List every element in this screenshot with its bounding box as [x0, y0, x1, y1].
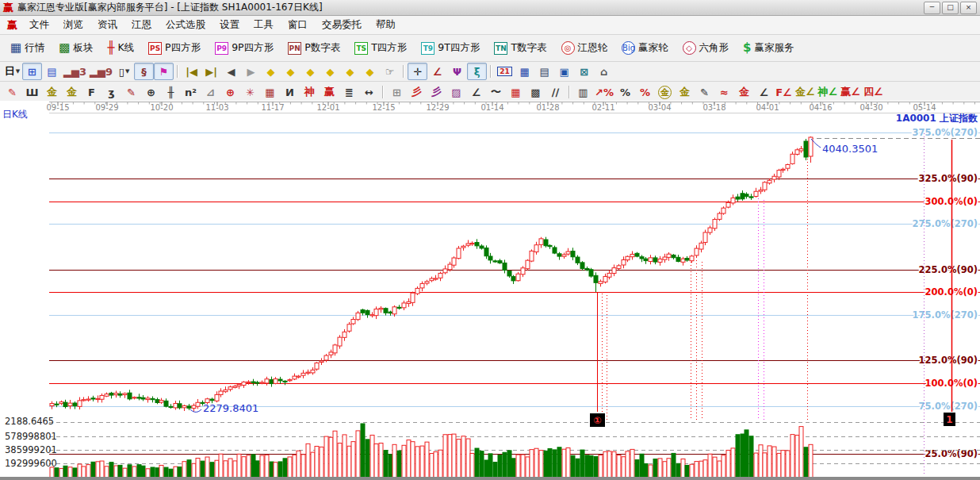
width-measure-tool[interactable]: ↔	[359, 83, 379, 101]
brush-tool[interactable]: ✎	[121, 83, 141, 101]
menu-settings[interactable]: 设置	[212, 17, 247, 33]
gold-red-tool[interactable]: 金	[734, 83, 754, 101]
candle	[187, 406, 191, 409]
diamond-compress-button[interactable]: ◆	[320, 63, 340, 80]
pattern-window-button[interactable]: ⊞	[22, 63, 42, 80]
period-day-button[interactable]: 日▼	[2, 63, 22, 80]
9t-square-button[interactable]: T99T四方形	[414, 38, 487, 58]
angle-mark-tool[interactable]: ∠	[754, 83, 774, 101]
diamond-left-button[interactable]: ◆	[261, 63, 281, 80]
hexagon-button[interactable]: ◇六角形	[676, 38, 737, 58]
diamond-right-button[interactable]: ◆	[281, 63, 301, 80]
last-bar-button[interactable]: ▶|	[201, 63, 221, 80]
hand-tool-button[interactable]: ☞	[380, 63, 400, 80]
gann-shape-button[interactable]: Ψ	[447, 63, 467, 80]
fan-grid-tool[interactable]: ▨	[446, 83, 466, 101]
fan-box-tool[interactable]: 彡	[427, 83, 446, 101]
ying-tool[interactable]: 赢	[320, 83, 339, 101]
percent-line-tool[interactable]: ↗%	[593, 83, 615, 101]
f-comb-tool[interactable]: F	[82, 83, 101, 101]
kline-button[interactable]: ╫K线	[100, 38, 141, 58]
angle-ruler-button[interactable]: ∠	[427, 63, 447, 80]
pencil-tool[interactable]: ✎	[2, 83, 22, 101]
red-grid-tool[interactable]: ▦	[506, 83, 526, 101]
p-square-button[interactable]: PSP四方形	[141, 38, 208, 58]
circle-ruler-tool[interactable]: ⊕	[141, 83, 161, 101]
first-bar-button[interactable]: |◀	[182, 63, 201, 80]
export-button[interactable]: ⊠	[574, 63, 594, 80]
protractor-tool[interactable]: ⊿	[201, 83, 220, 101]
k-quote-tool[interactable]: И	[280, 83, 300, 101]
menu-trade-entrust[interactable]: 交易委托	[315, 17, 369, 33]
candle-style-button[interactable]: ▯▼	[114, 63, 134, 80]
scale-chart-tool[interactable]: ▥	[573, 83, 593, 101]
percent-tool[interactable]: %	[615, 83, 635, 101]
next-bar-button[interactable]: ▶	[241, 63, 261, 80]
winner-wheel-button[interactable]: Big赢家轮	[614, 38, 676, 58]
calculator-button[interactable]: ▦	[515, 63, 534, 80]
si-angle-tool[interactable]: 四∠	[862, 83, 885, 101]
quotes-button[interactable]: ▦行情	[3, 38, 52, 58]
f-angle-tool[interactable]: F∠	[774, 83, 794, 101]
angle-rays-tool[interactable]: ∠	[466, 83, 486, 101]
diamond-expand-button[interactable]: ◆	[340, 63, 360, 80]
n-square-tool[interactable]: n²	[181, 83, 201, 101]
menu-tools[interactable]: 工具	[247, 17, 281, 33]
wave-band-tool[interactable]: ≈	[714, 83, 734, 101]
slant-lines-tool[interactable]: ∕∕	[546, 83, 565, 101]
menu-file[interactable]: 文件	[22, 17, 56, 33]
compass-target-tool[interactable]: ⊕	[220, 83, 240, 101]
minor-cycle-9-button[interactable]: ▂▅9	[88, 63, 114, 80]
spiral-tool[interactable]: ʒ	[101, 83, 121, 101]
notepad-button[interactable]: ▤	[534, 63, 554, 80]
t-square-button[interactable]: TST四方形	[347, 38, 414, 58]
window-close-button[interactable]: ×	[960, 2, 977, 14]
gold-line-tool[interactable]: 金	[675, 83, 695, 101]
grid-target-tool[interactable]: ▦	[260, 83, 280, 101]
volume-flag-button[interactable]: ⚑	[154, 63, 174, 80]
prev-bar-button[interactable]: ◀	[221, 63, 241, 80]
shen-angle-tool[interactable]: 神∠	[817, 83, 840, 101]
gold-circle-tool[interactable]: 金	[655, 83, 675, 101]
9p-square-button[interactable]: P99P四方形	[208, 38, 281, 58]
gold-comb-tool[interactable]: 金	[42, 83, 62, 101]
sectors-button[interactable]: ▩板块	[52, 38, 100, 58]
menu-formula-picker[interactable]: 公式选股	[159, 17, 212, 33]
comb-tool[interactable]: Ш	[22, 83, 42, 101]
grid-arrow-tool[interactable]: ▩	[526, 83, 546, 101]
diamond-move-button[interactable]: ◆	[360, 63, 380, 80]
ying-angle-tool[interactable]: 赢∠	[839, 83, 862, 101]
star-target-tool[interactable]: ✳	[240, 83, 260, 101]
percent-red-tool[interactable]: %	[635, 83, 655, 101]
shen-tool[interactable]: 神	[300, 83, 320, 101]
p-number-table-button[interactable]: PNP数字表	[281, 38, 347, 58]
menu-browse[interactable]: 浏览	[56, 17, 90, 33]
diamond-horizontal-button[interactable]: ◆	[301, 63, 320, 80]
gann-lion-button[interactable]: §	[134, 63, 154, 80]
ruler-comb-tool[interactable]: ╫	[161, 83, 181, 101]
menu-window[interactable]: 窗口	[281, 17, 315, 33]
gold-angle-tool[interactable]: 金∠	[794, 83, 817, 101]
info-list-button[interactable]: ▤	[42, 63, 62, 80]
minor-cycle-3-button[interactable]: ▂▅3	[62, 63, 88, 80]
window-maximize-button[interactable]: □	[942, 2, 959, 14]
zigzag-tool[interactable]: 〜	[486, 83, 506, 101]
ruler-123-tool[interactable]: ≣	[339, 83, 359, 101]
chart-canvas[interactable]: 09-1509-2910-2011-0311-1712-0112-1512-29…	[0, 101, 980, 480]
ink-brush-tool[interactable]: ✎	[695, 83, 714, 101]
menu-news[interactable]: 资讯	[90, 17, 124, 33]
winner-service-button[interactable]: $赢家服务	[736, 38, 801, 58]
gold-comb-alt-tool[interactable]: 金	[62, 83, 82, 101]
gann-frame-tool[interactable]: ⊞	[387, 83, 407, 101]
fan-lines-tool[interactable]: 彡	[407, 83, 427, 101]
save-button[interactable]: ▣	[554, 63, 574, 80]
workstation-button[interactable]: ⌂	[594, 63, 614, 80]
calendar-button[interactable]: 21	[495, 63, 515, 80]
menu-gann[interactable]: 江恩	[124, 17, 159, 33]
gann-wheel-button[interactable]: ◎江恩轮	[554, 38, 615, 58]
crosshair-button[interactable]: ✛	[408, 63, 427, 80]
menu-help[interactable]: 帮助	[369, 17, 403, 33]
t-number-table-button[interactable]: TNT数字表	[487, 38, 553, 58]
brain-tool-button[interactable]: ξ	[467, 63, 487, 80]
window-minimize-button[interactable]: ─	[924, 2, 940, 14]
